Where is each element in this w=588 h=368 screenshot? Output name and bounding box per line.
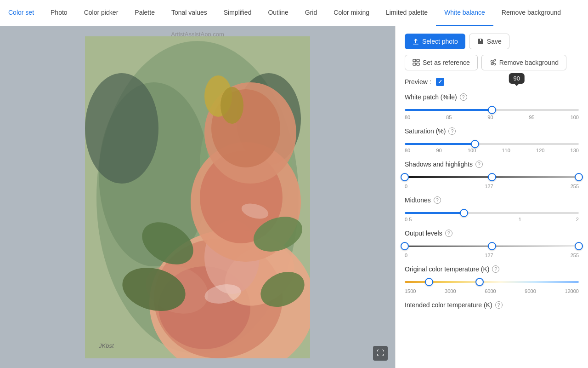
orig-temp-ticks: 1500 3000 6000 9000 12000 bbox=[405, 288, 579, 294]
saturation-help-icon[interactable]: ? bbox=[448, 127, 456, 135]
output-ticks: 0 127 255 bbox=[405, 253, 579, 258]
svg-rect-27 bbox=[413, 63, 416, 65]
painting-container: JKbst bbox=[85, 36, 310, 358]
output-mid-handle[interactable] bbox=[488, 242, 496, 250]
intended-temp-section: Intended color temperature (K) ? bbox=[405, 301, 579, 309]
nav-tab-white-balance[interactable]: White balance bbox=[436, 0, 493, 26]
nav-tab-remove-background[interactable]: Remove background bbox=[493, 0, 569, 26]
painting bbox=[85, 36, 310, 358]
preview-label: Preview : bbox=[405, 78, 431, 86]
shadows-section: Shadows and highlights ? 0 127 255 bbox=[405, 161, 579, 189]
main-layout: ArtistAssistApp.com bbox=[0, 26, 588, 368]
preview-checkbox[interactable] bbox=[436, 78, 444, 86]
saturation-section: Saturation (%) ? 80 90 100 110 120 130 bbox=[405, 127, 579, 153]
button-row-1: Select photo Save bbox=[405, 34, 579, 49]
midtones-label-row: Midtones ? bbox=[405, 196, 579, 204]
saturation-label-row: Saturation (%) ? bbox=[405, 127, 579, 135]
midtones-help-icon[interactable]: ? bbox=[434, 196, 441, 204]
white-patch-ticks: 80 85 90 95 100 bbox=[405, 115, 579, 120]
white-patch-tooltip: 90 bbox=[509, 73, 524, 84]
painting-svg bbox=[85, 36, 310, 358]
nav-tab-limited-palette[interactable]: Limited palette bbox=[378, 0, 436, 26]
output-levels-section: Output levels ? 0 127 255 bbox=[405, 230, 579, 258]
remove-background-button-2[interactable]: Remove background bbox=[481, 55, 566, 70]
nav-tab-photo[interactable]: Photo bbox=[42, 0, 76, 26]
shadows-ticks: 0 127 255 bbox=[405, 184, 579, 189]
midtones-ticks: 0.5 1 2 bbox=[405, 217, 579, 222]
intended-temp-label: Intended color temperature (K) bbox=[405, 301, 492, 309]
output-help-icon[interactable]: ? bbox=[445, 230, 452, 237]
fullscreen-icon: ⛶ bbox=[377, 349, 384, 357]
white-patch-help-icon[interactable]: ? bbox=[460, 93, 467, 101]
saturation-ticks: 80 90 100 110 120 130 bbox=[405, 148, 579, 153]
set-as-reference-button[interactable]: Set as reference bbox=[405, 55, 478, 70]
midtones-slider[interactable] bbox=[405, 212, 579, 214]
orig-temp-help-icon[interactable]: ? bbox=[492, 265, 499, 273]
nav-tab-grid[interactable]: Grid bbox=[297, 0, 325, 26]
svg-rect-25 bbox=[413, 59, 416, 62]
fullscreen-button[interactable]: ⛶ bbox=[373, 346, 388, 361]
nav-tab-color-set[interactable]: Color set bbox=[0, 0, 42, 26]
saturation-label: Saturation (%) bbox=[405, 127, 446, 135]
shadows-label: Shadows and highlights bbox=[405, 161, 473, 168]
orig-temp-label: Original color temperature (K) bbox=[405, 265, 489, 273]
white-patch-label: White patch (%ile) bbox=[405, 93, 457, 101]
save-button[interactable]: Save bbox=[469, 34, 509, 49]
output-label: Output levels bbox=[405, 230, 442, 237]
shadows-right-handle[interactable] bbox=[575, 173, 583, 181]
output-right-handle[interactable] bbox=[575, 242, 583, 250]
preview-row: Preview : bbox=[405, 78, 579, 86]
midtones-label: Midtones bbox=[405, 196, 431, 204]
output-left-handle[interactable] bbox=[401, 242, 409, 250]
nav-tab-color-picker[interactable]: Color picker bbox=[76, 0, 127, 26]
shadows-label-row: Shadows and highlights ? bbox=[405, 161, 579, 168]
white-patch-section: White patch (%ile) ? 90 80 85 90 95 100 bbox=[405, 93, 579, 120]
nav-tab-tonal-values[interactable]: Tonal values bbox=[163, 0, 215, 26]
intended-temp-help-icon[interactable]: ? bbox=[495, 301, 503, 309]
nav-tab-color-mixing[interactable]: Color mixing bbox=[325, 0, 378, 26]
button-row-2: Set as reference Remove background bbox=[405, 55, 579, 70]
right-panel: Select photo Save Set as reference Remov… bbox=[395, 26, 588, 368]
intended-temp-label-row: Intended color temperature (K) ? bbox=[405, 301, 579, 309]
orig-temp-slider-container bbox=[405, 276, 579, 288]
orig-temp-left-handle[interactable] bbox=[425, 278, 433, 286]
shadows-left-handle[interactable] bbox=[401, 173, 409, 181]
white-patch-slider[interactable] bbox=[405, 109, 579, 111]
upload-icon bbox=[412, 38, 419, 45]
svg-point-17 bbox=[220, 87, 243, 124]
orig-temp-right-handle[interactable] bbox=[475, 278, 484, 286]
midtones-section: Midtones ? 0.5 1 2 bbox=[405, 196, 579, 222]
shadows-slider-container bbox=[405, 172, 579, 183]
nav-tab-palette[interactable]: Palette bbox=[126, 0, 163, 26]
nav-tabs: Color setPhotoColor pickerPaletteTonal v… bbox=[0, 0, 588, 26]
svg-rect-26 bbox=[417, 59, 419, 62]
svg-point-4 bbox=[85, 73, 158, 184]
select-photo-button[interactable]: Select photo bbox=[405, 34, 465, 49]
reference-icon bbox=[413, 59, 420, 66]
scissors-icon bbox=[489, 59, 497, 66]
white-patch-label-row: White patch (%ile) ? bbox=[405, 93, 579, 101]
white-patch-slider-container: 90 bbox=[405, 104, 579, 113]
svg-rect-24 bbox=[413, 44, 418, 45]
orig-temp-label-row: Original color temperature (K) ? bbox=[405, 265, 579, 273]
output-slider-container bbox=[405, 241, 579, 252]
nav-tab-outline[interactable]: Outline bbox=[260, 0, 296, 26]
saturation-slider[interactable] bbox=[405, 143, 579, 145]
shadows-help-icon[interactable]: ? bbox=[475, 161, 483, 168]
nav-tab-simplified[interactable]: Simplified bbox=[215, 0, 260, 26]
orig-temp-section: Original color temperature (K) ? 1500 30… bbox=[405, 265, 579, 294]
artist-signature: JKbst bbox=[99, 342, 114, 349]
output-label-row: Output levels ? bbox=[405, 230, 579, 237]
shadows-mid-handle[interactable] bbox=[488, 173, 496, 181]
svg-rect-28 bbox=[417, 63, 419, 65]
save-icon bbox=[477, 38, 484, 45]
image-panel: ArtistAssistApp.com bbox=[0, 26, 395, 368]
